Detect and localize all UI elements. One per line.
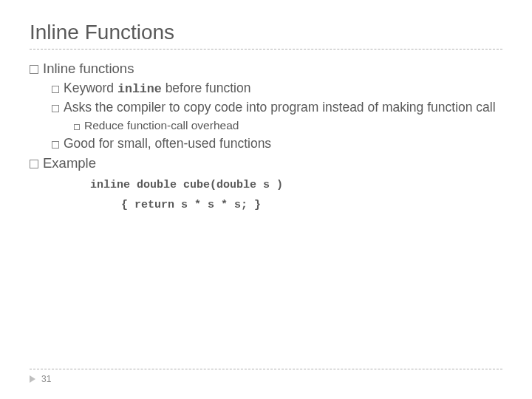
- code-line: inline double cube(double s ): [90, 179, 283, 191]
- code-block: { return s * s * s; }: [121, 194, 502, 213]
- square-bullet-icon: [30, 160, 38, 168]
- title-divider: [30, 49, 502, 50]
- bullet-text: Example: [43, 155, 96, 171]
- square-bullet-icon: [52, 141, 59, 149]
- square-bullet-icon: [52, 86, 59, 93]
- bullet-text: Reduce function-call overhead: [84, 119, 239, 132]
- bullet-text: before function: [162, 81, 251, 95]
- bullet-text: Good for small, often-used functions: [64, 136, 271, 151]
- bullet-text: Inline functions: [43, 61, 134, 76]
- bullet-text: Asks the compiler to copy code into prog…: [64, 100, 496, 115]
- bullet-lvl2: Keyword inline before function: [52, 80, 502, 98]
- slide-footer: 31: [30, 369, 502, 384]
- page-number: 31: [41, 374, 51, 384]
- slide-content: Inline functions Keyword inline before f…: [30, 60, 502, 213]
- square-bullet-icon: [74, 124, 80, 130]
- square-bullet-icon: [52, 105, 59, 112]
- arrow-right-icon: [30, 375, 35, 383]
- square-bullet-icon: [30, 65, 38, 74]
- code-block: inline double cube(double s ): [90, 174, 502, 193]
- bullet-lvl1: Inline functions: [30, 60, 502, 78]
- footer-divider: [30, 369, 502, 369]
- page-indicator: 31: [30, 374, 502, 384]
- code-line: { return s * s * s; }: [121, 199, 261, 211]
- bullet-lvl2: Good for small, often-used functions: [52, 135, 502, 153]
- inline-code: inline: [117, 82, 162, 96]
- bullet-lvl3: Reduce function-call overhead: [74, 118, 502, 134]
- slide-title: Inline Functions: [30, 21, 502, 44]
- bullet-lvl1: Example: [30, 154, 502, 173]
- bullet-lvl2: Asks the compiler to copy code into prog…: [52, 99, 502, 117]
- bullet-text: Keyword: [64, 81, 117, 95]
